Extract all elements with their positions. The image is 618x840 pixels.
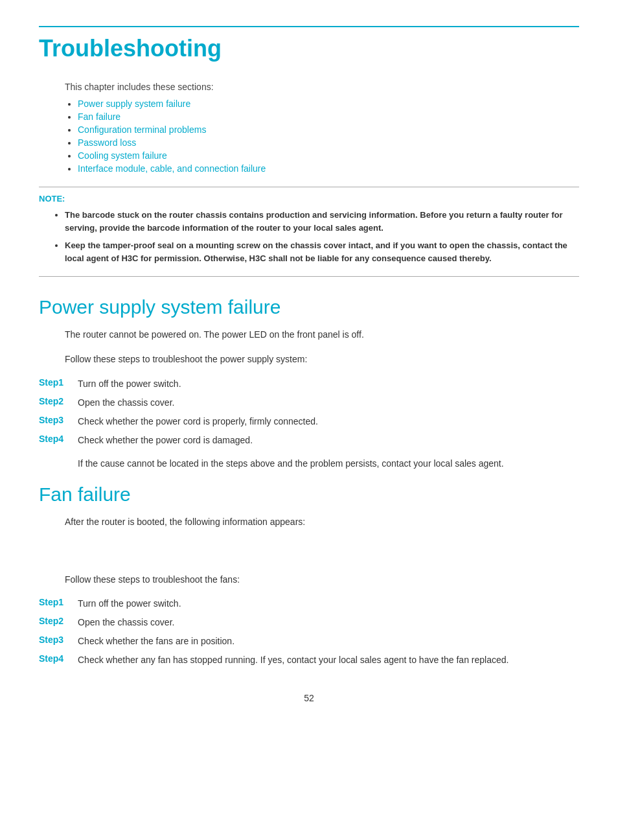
power-step-2: Step2 Open the chassis cover. — [39, 396, 579, 410]
fan-step-label-1: Step1 — [39, 597, 78, 607]
fan-step-3: Step3 Check whether the fans are in posi… — [39, 635, 579, 648]
power-step-3: Step3 Check whether the power cord is pr… — [39, 415, 579, 428]
fan-step-text-1: Turn off the power switch. — [78, 597, 181, 611]
power-step-1: Step1 Turn off the power switch. — [39, 377, 579, 391]
list-item[interactable]: Cooling system failure — [78, 150, 579, 161]
list-item[interactable]: Configuration terminal problems — [78, 124, 579, 135]
fan-failure-intro2: Follow these steps to troubleshoot the f… — [65, 572, 579, 587]
section-title-power-supply: Power supply system failure — [39, 296, 579, 318]
fan-step-text-3: Check whether the fans are in position. — [78, 635, 235, 648]
note-label: NOTE: — [39, 194, 579, 204]
fan-failure-steps: Step1 Turn off the power switch. Step2 O… — [39, 597, 579, 667]
toc-link-config-terminal[interactable]: Configuration terminal problems — [78, 124, 206, 135]
power-step-4: Step4 Check whether the power cord is da… — [39, 434, 579, 447]
step-label-1: Step1 — [39, 377, 78, 388]
intro-text: This chapter includes these sections: — [65, 82, 579, 92]
note-item-2: Keep the tamper-proof seal on a mounting… — [65, 239, 579, 264]
toc-link-interface-module[interactable]: Interface module, cable, and connection … — [78, 163, 266, 174]
step-label-3: Step3 — [39, 415, 78, 425]
fan-step-text-2: Open the chassis cover. — [78, 616, 174, 629]
toc-list: Power supply system failure Fan failure … — [78, 99, 579, 174]
section-fan-failure: Fan failure After the router is booted, … — [39, 484, 579, 667]
list-item[interactable]: Fan failure — [78, 111, 579, 122]
list-item[interactable]: Password loss — [78, 137, 579, 148]
fan-step-1: Step1 Turn off the power switch. — [39, 597, 579, 611]
page-title: Troubleshooting — [39, 35, 579, 62]
fan-failure-intro1: After the router is booted, the followin… — [65, 515, 579, 529]
note-list: The barcode stuck on the router chassis … — [65, 209, 579, 264]
list-item[interactable]: Power supply system failure — [78, 99, 579, 109]
note-item-1: The barcode stuck on the router chassis … — [65, 209, 579, 234]
toc-link-fan-failure[interactable]: Fan failure — [78, 111, 120, 122]
fan-step-2: Step2 Open the chassis cover. — [39, 616, 579, 629]
section-power-supply: Power supply system failure The router c… — [39, 296, 579, 471]
step-text-1: Turn off the power switch. — [78, 377, 181, 391]
fan-step-text-4: Check whether any fan has stopped runnin… — [78, 653, 509, 667]
section-title-fan-failure: Fan failure — [39, 484, 579, 506]
power-supply-intro1: The router cannot be powered on. The pow… — [65, 327, 579, 342]
step-label-2: Step2 — [39, 396, 78, 406]
power-supply-intro2: Follow these steps to troubleshoot the p… — [65, 352, 579, 366]
step-text-4: Check whether the power cord is damaged. — [78, 434, 253, 447]
step-text-2: Open the chassis cover. — [78, 396, 174, 410]
fan-info-placeholder — [65, 540, 579, 566]
fan-step-label-3: Step3 — [39, 635, 78, 645]
fan-step-label-4: Step4 — [39, 653, 78, 664]
power-supply-if-cause: If the cause cannot be located in the st… — [78, 456, 579, 471]
step-text-3: Check whether the power cord is properly… — [78, 415, 318, 428]
page-header-line — [39, 26, 579, 27]
list-item[interactable]: Interface module, cable, and connection … — [78, 163, 579, 174]
fan-step-label-2: Step2 — [39, 616, 78, 626]
toc-link-power-supply[interactable]: Power supply system failure — [78, 99, 190, 109]
power-supply-steps: Step1 Turn off the power switch. Step2 O… — [39, 377, 579, 447]
page-number: 52 — [39, 693, 579, 703]
toc-link-password-loss[interactable]: Password loss — [78, 137, 136, 148]
note-box: NOTE: The barcode stuck on the router ch… — [39, 187, 579, 277]
toc-link-cooling-system[interactable]: Cooling system failure — [78, 150, 167, 161]
fan-step-4: Step4 Check whether any fan has stopped … — [39, 653, 579, 667]
step-label-4: Step4 — [39, 434, 78, 444]
